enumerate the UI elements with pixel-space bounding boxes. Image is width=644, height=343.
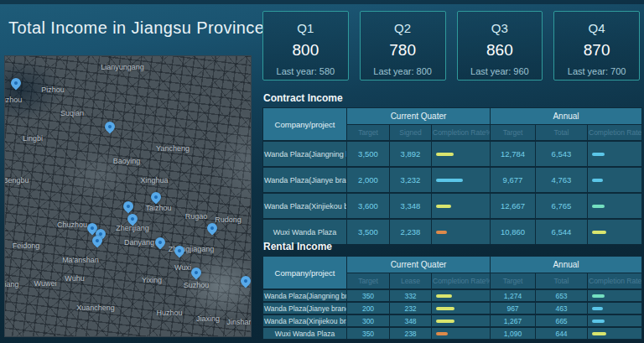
a-target: 12,784 xyxy=(491,141,536,167)
a-target: 12,667 xyxy=(491,193,536,219)
completion-bar xyxy=(436,153,454,156)
q-target: 200 xyxy=(347,302,390,314)
col-a-target: Target xyxy=(491,125,536,142)
map-city-label: Danyang xyxy=(124,238,154,247)
q-target: 3,600 xyxy=(347,193,390,219)
q-target: 3,500 xyxy=(347,141,390,167)
q-signed: 3,232 xyxy=(390,167,432,193)
a-target: 9,677 xyxy=(491,167,536,193)
map-city-label: Pizhou xyxy=(41,86,65,94)
completion-bar xyxy=(592,179,603,182)
map-city-label: Wuwei xyxy=(34,279,57,288)
completion-bar xyxy=(592,307,603,310)
table-row: Wanda Plaza(Jiangning branch) 3,500 3,89… xyxy=(263,141,642,167)
table-row: Wanda Plaza(Jiangning branch) 350 332 1,… xyxy=(263,289,642,302)
col-group-current-quarter: Current Quater xyxy=(347,257,491,273)
map-pin-icon[interactable] xyxy=(122,200,136,214)
map-pin-icon[interactable] xyxy=(9,76,23,91)
completion-bar xyxy=(436,179,463,182)
completion-bar xyxy=(436,231,447,234)
col-q-target: Target xyxy=(347,125,390,142)
company-name: Wanda Plaza(Xinjiekou branch) xyxy=(263,314,347,327)
kpi-card-q3: Q3 860 Last year: 960 xyxy=(457,11,543,81)
table-row: Wuxi Wanda Plaza 350 238 1,090 644 xyxy=(263,327,642,340)
q-signed: 3,348 xyxy=(390,193,432,219)
company-name: Wanda Plaza(Jianye branch) xyxy=(263,302,347,314)
completion-bar xyxy=(436,307,454,310)
col-group-annual: Annual xyxy=(491,108,642,125)
company-name: Wanda Plaza(Jiangning branch) xyxy=(263,289,347,302)
q-lease: 332 xyxy=(390,289,432,302)
kpi-card-q4: Q4 870 Last year: 700 xyxy=(553,11,640,81)
map-city-label: Rugao xyxy=(185,212,208,221)
a-target: 967 xyxy=(491,302,536,314)
map-city-label: Lingbi xyxy=(23,134,43,143)
province-map[interactable]: LianyungangPizhouXuzhouSuqianLingbiYanch… xyxy=(4,55,252,337)
col-q-rate: Completion Rate% xyxy=(432,273,491,290)
map-city-label: Baoying xyxy=(113,157,141,165)
q-target: 350 xyxy=(347,327,390,340)
completion-bar xyxy=(592,153,605,156)
a-total: 4,763 xyxy=(536,167,588,193)
completion-bar xyxy=(436,320,454,323)
company-name: Wanda Plaza(Xinjiekou branch) xyxy=(263,193,347,219)
a-target: 1,267 xyxy=(491,314,536,327)
a-total: 665 xyxy=(536,314,588,327)
q-lease: 348 xyxy=(390,314,432,327)
a-total: 463 xyxy=(536,302,588,314)
table-row: Wanda Plaza(Xinjiekou branch) 3,600 3,34… xyxy=(263,193,642,219)
completion-bar xyxy=(592,320,605,323)
rental-income-section: Rental Income Company/project Current Qu… xyxy=(262,241,641,340)
page-title: Total Income in Jiangsu Province xyxy=(8,18,264,38)
a-total: 653 xyxy=(536,289,588,302)
map-city-label: Suzhou xyxy=(184,281,210,289)
kpi-value: 870 xyxy=(554,41,639,60)
table-row: Wanda Plaza(Jianye branch) 2,000 3,232 9… xyxy=(263,167,642,193)
company-name: Wanda Plaza(Jianye branch) xyxy=(263,167,347,193)
completion-bar xyxy=(592,294,605,298)
map-city-label: Jinshan xyxy=(226,318,252,326)
company-name: Wanda Plaza(Jiangning branch) xyxy=(263,141,347,167)
map-pin-icon[interactable] xyxy=(103,120,117,134)
kpi-last-year: Last year: 960 xyxy=(458,66,543,76)
section-title-contract: Contract Income xyxy=(263,92,641,104)
col-a-total: Total xyxy=(536,125,588,142)
col-a-rate: Completion Rate% xyxy=(588,273,642,290)
map-city-label: Lianyungang xyxy=(101,63,144,71)
kpi-last-year: Last year: 700 xyxy=(554,66,639,76)
map-pin-icon[interactable] xyxy=(153,236,168,250)
section-title-rental: Rental Income xyxy=(263,241,641,252)
kpi-value: 800 xyxy=(263,41,348,60)
map-city-label: Ma'anshan xyxy=(62,256,99,264)
map-city-label: Wuhu xyxy=(65,274,84,283)
contract-income-table: Company/project Current Quater Annual Ta… xyxy=(262,107,642,245)
col-q-signed: Signed xyxy=(390,125,432,142)
col-company: Company/project xyxy=(263,108,347,142)
map-city-label: Xuancheng xyxy=(76,304,115,312)
completion-bar xyxy=(436,332,448,335)
map-city-label: Jiaxing xyxy=(196,314,220,323)
contract-income-section: Contract Income Company/project Current … xyxy=(262,92,641,245)
map-city-label: Yancheng xyxy=(156,144,190,153)
q-lease: 232 xyxy=(390,302,432,314)
q-lease: 238 xyxy=(390,327,432,340)
q-rate-cell xyxy=(432,289,491,302)
map-city-label: Xinghua xyxy=(140,176,168,184)
completion-bar xyxy=(436,205,451,208)
kpi-card-q2: Q2 780 Last year: 800 xyxy=(360,11,446,81)
map-city-label: Suqian xyxy=(60,109,84,117)
map-pin-icon[interactable] xyxy=(149,190,164,205)
kpi-value: 860 xyxy=(458,41,543,60)
col-q-lease: Lease xyxy=(390,273,432,290)
col-a-total: Total xyxy=(536,273,588,290)
a-rate-cell xyxy=(588,302,642,314)
a-total: 644 xyxy=(536,327,588,340)
col-q-target: Target xyxy=(347,273,390,290)
kpi-quarter-label: Q3 xyxy=(458,21,543,35)
q-rate-cell xyxy=(432,141,491,167)
q-rate-cell xyxy=(432,302,491,314)
map-pin-icon[interactable] xyxy=(239,274,252,288)
kpi-quarter-label: Q4 xyxy=(554,21,639,35)
q-target: 300 xyxy=(347,314,390,327)
table-row: Wanda Plaza(Xinjiekou branch) 300 348 1,… xyxy=(263,314,642,327)
